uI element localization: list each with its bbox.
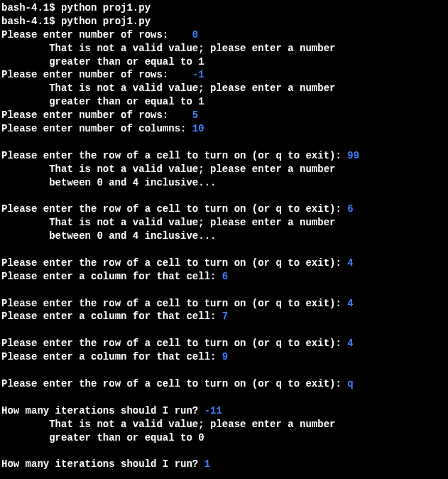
user-input-value: -11 — [204, 405, 222, 416]
terminal-line: Please enter a column for that cell: 7 — [1, 310, 447, 323]
terminal-line: Please enter number of rows: 5 — [1, 109, 447, 122]
user-input-value: 4 — [347, 257, 353, 269]
blank-line — [1, 323, 447, 337]
terminal-line: Please enter the row of a cell to turn o… — [1, 337, 447, 350]
input-prompt-text: Please enter number of rows: — [1, 109, 192, 121]
terminal-line: That is not a valid value; please enter … — [49, 42, 447, 55]
terminal-line: greater than or equal to 1 — [49, 95, 447, 109]
blank-line — [1, 189, 447, 203]
input-prompt-text: Please enter the row of a cell to turn o… — [1, 203, 347, 215]
error-message-text: greater than or equal to 1 — [49, 56, 204, 68]
input-prompt-text: Please enter number of columns: — [1, 123, 192, 134]
user-input-value: 99 — [347, 150, 359, 161]
user-input-value: 7 — [222, 311, 228, 322]
input-prompt-text: Please enter the row of a cell to turn o… — [1, 338, 347, 349]
input-prompt-text: Please enter number of rows: — [1, 69, 192, 80]
terminal-line: Please enter the row of a cell to turn o… — [1, 149, 447, 163]
terminal-line: Please enter the row of a cell to turn o… — [1, 203, 447, 216]
user-input-value: 6 — [222, 271, 228, 282]
terminal-line: Please enter number of columns: 10 — [1, 122, 447, 136]
input-prompt-text: How many iterations should I run? — [1, 458, 204, 470]
user-input-value: q — [347, 378, 353, 389]
blank-line — [1, 391, 447, 404]
user-input-value: 6 — [347, 203, 353, 215]
error-message-text: That is not a valid value; please enter … — [49, 82, 335, 94]
error-message-text: That is not a valid value; please enter … — [49, 419, 335, 430]
terminal-line: bash-4.1$ python proj1.py — [1, 1, 447, 15]
shell-prompt: bash-4.1$ — [1, 2, 61, 14]
terminal-line: Please enter number of rows: -1 — [1, 68, 447, 82]
user-input-value: 9 — [222, 351, 228, 362]
error-message-text: between 0 and 4 inclusive... — [49, 230, 216, 242]
blank-line — [1, 136, 447, 149]
terminal-line: Please enter the row of a cell to turn o… — [1, 257, 447, 270]
input-prompt-text: How many iterations should I run? — [1, 405, 204, 416]
command-text: python proj1.py — [61, 2, 151, 14]
error-message-text: greater than or equal to 1 — [49, 96, 204, 107]
input-prompt-text: Please enter a column for that cell: — [1, 271, 222, 282]
terminal-line: between 0 and 4 inclusive... — [49, 176, 447, 190]
terminal-line: How many iterations should I run? -11 — [1, 404, 447, 418]
user-input-value: 5 — [192, 109, 198, 121]
terminal-line: That is not a valid value; please enter … — [49, 163, 447, 176]
terminal-line: bash-4.1$ python proj1.py — [1, 15, 447, 28]
terminal-line: That is not a valid value; please enter … — [49, 82, 447, 95]
terminal-line: Please enter number of rows: 0 — [1, 28, 447, 42]
error-message-text: That is not a valid value; please enter … — [49, 163, 335, 175]
input-prompt-text: Please enter the row of a cell to turn o… — [1, 378, 347, 389]
terminal-line: How many iterations should I run? 1 — [1, 458, 447, 471]
user-input-value: 1 — [204, 458, 210, 470]
input-prompt-text: Please enter number of rows: — [1, 29, 192, 41]
terminal-line: Please enter the row of a cell to turn o… — [1, 377, 447, 391]
user-input-value: 4 — [347, 338, 353, 349]
shell-prompt: bash-4.1$ — [1, 16, 61, 27]
user-input-value: 4 — [347, 298, 353, 309]
blank-line — [1, 284, 447, 297]
terminal-line: greater than or equal to 1 — [49, 55, 447, 69]
input-prompt-text: Please enter the row of a cell to turn o… — [1, 257, 347, 269]
error-message-text: greater than or equal to 0 — [49, 432, 204, 443]
terminal-line: Please enter a column for that cell: 6 — [1, 270, 447, 284]
error-message-text: That is not a valid value; please enter … — [49, 217, 335, 228]
terminal-line: between 0 and 4 inclusive... — [49, 230, 447, 243]
terminal-line: Please enter the row of a cell to turn o… — [1, 297, 447, 311]
input-prompt-text: Please enter the row of a cell to turn o… — [1, 150, 347, 161]
terminal-output[interactable]: bash-4.1$ python proj1.pybash-4.1$ pytho… — [1, 1, 447, 471]
input-prompt-text: Please enter a column for that cell: — [1, 311, 222, 322]
user-input-value: 10 — [192, 123, 204, 134]
blank-line — [1, 364, 447, 377]
blank-line — [1, 243, 447, 257]
error-message-text: That is not a valid value; please enter … — [49, 43, 335, 54]
terminal-line: That is not a valid value; please enter … — [49, 216, 447, 230]
input-prompt-text: Please enter a column for that cell: — [1, 351, 222, 362]
error-message-text: between 0 and 4 inclusive... — [49, 177, 216, 188]
terminal-line: greater than or equal to 0 — [49, 431, 447, 445]
command-text: python proj1.py — [61, 16, 151, 27]
user-input-value: -1 — [192, 69, 204, 80]
terminal-line: That is not a valid value; please enter … — [49, 418, 447, 431]
user-input-value: 0 — [192, 29, 198, 41]
terminal-line: Please enter a column for that cell: 9 — [1, 350, 447, 364]
blank-line — [1, 444, 447, 458]
input-prompt-text: Please enter the row of a cell to turn o… — [1, 298, 347, 309]
